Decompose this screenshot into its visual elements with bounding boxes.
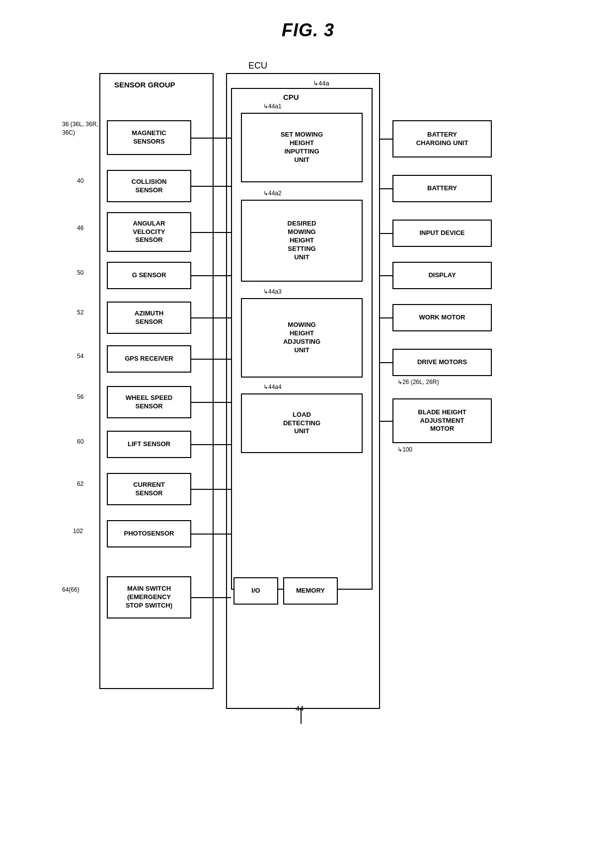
box-lift-sensor: LIFT SENSOR [107,431,191,458]
ecu-ref: 44 [296,704,304,712]
unit-ref-44a3: ↳44a3 [263,288,282,295]
line-photosensor [191,534,231,535]
box-blade-height-motor: BLADE HEIGHTADJUSTMENTMOTOR [392,398,492,443]
page-title: FIG. 3 [0,0,616,56]
unit-mowing-height-adj: MOWINGHEIGHTADJUSTINGUNIT [241,298,363,378]
line-main-switch [191,597,231,598]
ref-60: 60 [77,438,83,445]
unit-ref-44a2: ↳44a2 [263,190,282,197]
cpu-ref: ↳44a [313,79,329,87]
box-angular-velocity: ANGULARVELOCITYSENSOR [107,212,191,252]
box-collision-sensor: COLLISIONSENSOR [107,170,191,202]
ref-54: 54 [77,353,83,360]
box-drive-motors: DRIVE MOTORS [392,349,492,376]
box-azimuth-sensor: AZIMUTHSENSOR [107,302,191,334]
memory-box: MEMORY [283,577,338,605]
ref-100: ↳100 [397,446,412,453]
ref-46: 46 [77,225,83,232]
line-to-display [380,275,392,276]
line-to-blade-motor [380,421,392,422]
unit-desired-mowing: DESIREDMOWINGHEIGHTSETTINGUNIT [241,200,363,282]
box-wheel-speed: WHEEL SPEEDSENSOR [107,386,191,418]
line-magnetic [191,138,231,139]
box-display: DISPLAY [392,262,492,289]
line-lift [191,444,231,445]
ref-62: 62 [77,480,83,487]
box-battery: BATTERY [392,175,492,202]
line-to-work-motor [380,317,392,318]
line-current [191,489,231,490]
ref-36: 36 (36L, 36R,36C) [62,120,98,137]
line-to-battery-charging [380,139,392,140]
right-bus-line [379,73,380,570]
ref-56: 56 [77,393,83,400]
ecu-bottom-line [301,709,302,724]
ref-50: 50 [77,269,83,276]
cpu-label: CPU [283,93,299,101]
line-azimuth [191,317,231,318]
box-current-sensor: CURRENTSENSOR [107,473,191,505]
line-collision [191,186,231,187]
io-box: I/O [233,577,278,605]
ref-52: 52 [77,309,83,316]
line-angular [191,232,231,233]
unit-ref-44a1: ↳44a1 [263,103,282,110]
line-to-battery [380,188,392,189]
ecu-label: ECU [248,61,267,71]
ref-26: ↳26 (26L, 26R) [397,379,439,386]
sensor-group-label: SENSOR GROUP [114,80,175,89]
line-to-input-device [380,233,392,234]
unit-ref-44a4: ↳44a4 [263,384,282,390]
line-gps [191,359,231,360]
box-g-sensor: G SENSOR [107,262,191,289]
ref-64: 64(66) [62,586,79,593]
unit-set-mowing: SET MOWINGHEIGHTINPUTTINGUNIT [241,113,363,182]
box-gps-receiver: GPS RECEIVER [107,345,191,373]
ref-40: 40 [77,177,83,184]
line-g-sensor [191,275,231,276]
box-photosensor: PHOTOSENSOR [107,520,191,547]
unit-load-detecting: LOADDETECTINGUNIT [241,393,363,453]
line-to-drive-motors [380,362,392,363]
box-work-motor: WORK MOTOR [392,304,492,331]
box-battery-charging: BATTERYCHARGING UNIT [392,120,492,157]
box-input-device: INPUT DEVICE [392,220,492,247]
ref-102: 102 [73,528,83,535]
line-wheel-speed [191,402,231,403]
box-main-switch: MAIN SWITCH(EMERGENCYSTOP SWITCH) [107,576,191,618]
box-magnetic-sensors: MAGNETICSENSORS [107,120,191,155]
diagram-area: ECU SENSOR GROUP ↳44a CPU ↳44a1 SET MOWI… [35,56,581,826]
